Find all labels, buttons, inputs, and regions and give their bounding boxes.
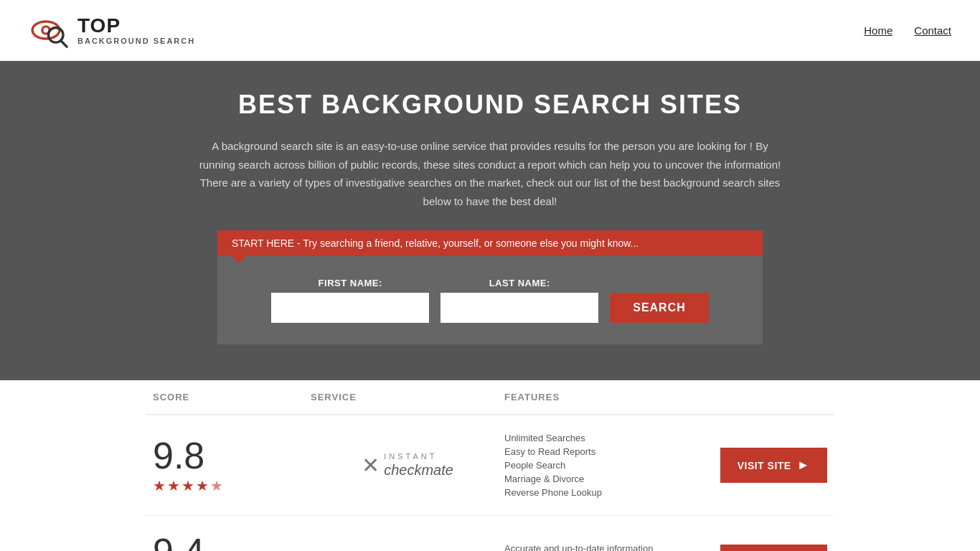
feature-1-5: Reverse Phone Lookup xyxy=(504,487,698,498)
nav-home[interactable]: Home xyxy=(864,24,892,37)
results-area: SCORE SERVICE FEATURES 9.8 ★ ★ ★ ★ ★ ✕ I… xyxy=(131,380,849,551)
score-number-1: 9.8 xyxy=(153,437,204,474)
visit-arrow-icon-1: ► xyxy=(797,458,810,473)
feature-1-3: People Search xyxy=(504,460,698,471)
score-cell-2: 9.4 ★ ★ ★ ★ ★ xyxy=(153,533,311,551)
star-5: ★ xyxy=(210,477,223,494)
feature-1-1: Unlimited Searches xyxy=(504,433,698,443)
logo: TOP BACKGROUND SEARCH xyxy=(29,9,195,52)
col-features: FEATURES xyxy=(504,392,698,402)
star-2: ★ xyxy=(167,477,180,494)
logo-icon xyxy=(29,9,72,52)
checkmate-name-text: checkmate xyxy=(384,462,453,479)
logo-top-text: TOP xyxy=(77,15,195,37)
last-name-input[interactable] xyxy=(440,293,598,323)
star-3: ★ xyxy=(182,477,194,494)
feature-1-2: Easy to Read Reports xyxy=(504,446,698,457)
hero-title: BEST BACKGROUND SEARCH SITES xyxy=(14,90,966,120)
checkmate-instant-text: INSTANT xyxy=(384,452,453,461)
first-name-label: FIRST NAME: xyxy=(271,278,429,288)
nav-contact[interactable]: Contact xyxy=(914,24,951,37)
logo-bottom-text: BACKGROUND SEARCH xyxy=(77,37,195,45)
header: TOP BACKGROUND SEARCH Home Contact xyxy=(0,0,980,61)
score-cell-1: 9.8 ★ ★ ★ ★ ★ xyxy=(153,437,311,494)
feature-2-1: Accurate and up-to-date information xyxy=(504,543,698,552)
visit-button-2[interactable]: VISIT SITE ► xyxy=(720,545,827,552)
features-cell-2: Accurate and up-to-date information Unli… xyxy=(504,543,698,552)
table-header: SCORE SERVICE FEATURES xyxy=(146,380,834,415)
table-row-2: 9.4 ★ ★ ★ ★ ★ PeopleLooker Accurate and … xyxy=(146,516,834,551)
checkmate-logo: ✕ INSTANT checkmate xyxy=(362,452,453,479)
feature-1-4: Marriage & Divorce xyxy=(504,474,698,484)
hero-description: A background search site is an easy-to-u… xyxy=(196,137,784,210)
features-cell-1: Unlimited Searches Easy to Read Reports … xyxy=(504,433,698,498)
first-name-input[interactable] xyxy=(271,293,429,323)
hero-section: BEST BACKGROUND SEARCH SITES A backgroun… xyxy=(0,61,980,380)
logo-text: TOP BACKGROUND SEARCH xyxy=(77,15,195,46)
svg-line-4 xyxy=(61,41,67,47)
visit-cell-1: VISIT SITE ► xyxy=(698,448,827,483)
svg-point-2 xyxy=(44,28,49,33)
checkmate-x-icon: ✕ xyxy=(362,453,380,478)
search-button[interactable]: SEARCH xyxy=(610,293,709,323)
col-action xyxy=(698,392,827,402)
search-banner: START HERE - Try searching a friend, rel… xyxy=(217,230,763,256)
search-form-area: FIRST NAME: LAST NAME: SEARCH xyxy=(217,256,763,344)
star-1: ★ xyxy=(153,477,166,494)
table-row: 9.8 ★ ★ ★ ★ ★ ✕ INSTANT checkmate xyxy=(146,415,834,516)
first-name-group: FIRST NAME: xyxy=(271,278,429,323)
search-form: FIRST NAME: LAST NAME: SEARCH xyxy=(232,278,748,323)
score-number-2: 9.4 xyxy=(153,533,204,551)
stars-1: ★ ★ ★ ★ ★ xyxy=(153,477,223,494)
col-service: SERVICE xyxy=(311,392,504,402)
visit-button-1[interactable]: VISIT SITE ► xyxy=(720,448,827,483)
banner-text: START HERE - Try searching a friend, rel… xyxy=(232,237,639,249)
last-name-group: LAST NAME: xyxy=(440,278,598,323)
visit-btn-label-1: VISIT SITE xyxy=(738,460,791,471)
navigation: Home Contact xyxy=(864,24,951,37)
last-name-label: LAST NAME: xyxy=(440,278,598,288)
star-4: ★ xyxy=(196,477,209,494)
visit-cell-2: VISIT SITE ► xyxy=(698,545,827,552)
col-score: SCORE xyxy=(153,392,311,402)
service-cell-1: ✕ INSTANT checkmate xyxy=(311,452,504,479)
